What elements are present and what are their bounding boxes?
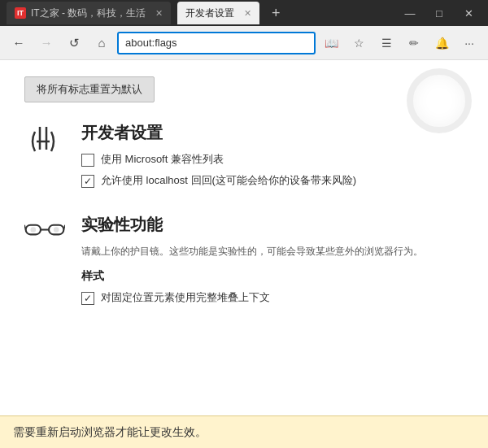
back-icon bbox=[13, 36, 25, 50]
edit-icon: ✏ bbox=[409, 37, 419, 50]
reading-list-button[interactable]: 📖 bbox=[319, 31, 343, 55]
tab-active-close[interactable]: ✕ bbox=[244, 8, 251, 19]
style-subsection-title: 样式 bbox=[81, 269, 464, 284]
tab-add-button[interactable]: + bbox=[266, 3, 285, 23]
tab-active[interactable]: 开发者设置 ✕ bbox=[177, 2, 259, 24]
style-option1-checkbox[interactable]: ✓ bbox=[81, 292, 94, 305]
svg-point-9 bbox=[54, 227, 59, 233]
tab-active-label: 开发者设置 bbox=[185, 7, 234, 20]
restore-button[interactable]: □ bbox=[426, 2, 452, 24]
refresh-button[interactable] bbox=[62, 31, 86, 55]
option-row-1: 使用 Microsoft 兼容性列表 bbox=[81, 152, 464, 167]
back-button[interactable] bbox=[7, 31, 31, 55]
style-checkmark-icon: ✓ bbox=[84, 293, 92, 304]
notification-button[interactable]: 🔔 bbox=[429, 31, 454, 55]
style-option-row-1: ✓ 对固定位置元素使用完整堆叠上下文 bbox=[81, 290, 464, 305]
more-icon: ··· bbox=[464, 37, 474, 50]
style-option1-label: 对固定位置元素使用完整堆叠上下文 bbox=[101, 290, 270, 305]
option-row-2: ✓ 允许使用 localhost 回回(这可能会给你的设备带来风险) bbox=[81, 173, 464, 188]
home-button[interactable] bbox=[89, 31, 114, 55]
star-icon: ☆ bbox=[354, 37, 364, 50]
watermark-decoration bbox=[407, 68, 472, 133]
list-icon: ☰ bbox=[381, 37, 392, 50]
forward-icon bbox=[41, 36, 53, 50]
tab-icon-it: IT bbox=[15, 7, 26, 19]
notification-bar: 需要重新启动浏览器才能让更改生效。 bbox=[0, 415, 488, 448]
refresh-icon bbox=[69, 36, 80, 50]
more-button[interactable]: ··· bbox=[457, 31, 481, 55]
developer-section-body: 开发者设置 使用 Microsoft 兼容性列表 ✓ 允许使用 localhos… bbox=[81, 122, 464, 194]
nav-right-icons: 📖 ☆ ☰ ✏ 🔔 ··· bbox=[319, 31, 481, 55]
book-icon: 📖 bbox=[325, 37, 338, 50]
experimental-section-desc: 请戴上你的护目镜。这些功能是实验性的，可能会导致某些意外的浏览器行为。 bbox=[81, 244, 464, 259]
developer-section: 开发者设置 使用 Microsoft 兼容性列表 ✓ 允许使用 localhos… bbox=[24, 122, 464, 194]
reset-flags-button[interactable]: 将所有标志重置为默认 bbox=[24, 76, 155, 102]
reading-view-button[interactable]: ☰ bbox=[374, 31, 399, 55]
developer-icon bbox=[24, 125, 65, 173]
main-content: 将所有标志重置为默认 开发者设置 使用 Microsoft bbox=[0, 60, 488, 415]
address-text: about:flags bbox=[125, 37, 307, 49]
tab-inactive-label: IT之家 - 数码，科技，生活 bbox=[31, 7, 146, 20]
checkmark-icon: ✓ bbox=[84, 176, 92, 187]
svg-point-8 bbox=[31, 227, 37, 233]
svg-line-7 bbox=[63, 225, 65, 230]
notification-text: 需要重新启动浏览器才能让更改生效。 bbox=[13, 425, 207, 440]
tab-inactive-close[interactable]: ✕ bbox=[155, 8, 163, 19]
window-controls: — □ ✕ bbox=[397, 2, 481, 24]
minimize-button[interactable]: — bbox=[397, 2, 423, 24]
nav-bar: about:flags 📖 ☆ ☰ ✏ 🔔 ··· bbox=[0, 26, 488, 60]
option2-checkbox[interactable]: ✓ bbox=[81, 175, 94, 188]
forward-button[interactable] bbox=[34, 31, 59, 55]
option1-checkbox[interactable] bbox=[81, 154, 94, 167]
address-bar[interactable]: about:flags bbox=[117, 32, 316, 54]
experimental-section-body: 实验性功能 请戴上你的护目镜。这些功能是实验性的，可能会导致某些意外的浏览器行为… bbox=[81, 214, 464, 311]
tab-inactive[interactable]: IT IT之家 - 数码，科技，生活 ✕ bbox=[7, 2, 171, 24]
experimental-section: 实验性功能 请戴上你的护目镜。这些功能是实验性的，可能会导致某些意外的浏览器行为… bbox=[24, 214, 464, 311]
experimental-section-title: 实验性功能 bbox=[81, 214, 464, 236]
home-icon bbox=[98, 36, 105, 50]
svg-line-6 bbox=[24, 225, 26, 230]
option2-label: 允许使用 localhost 回回(这可能会给你的设备带来风险) bbox=[101, 173, 356, 188]
developer-section-title: 开发者设置 bbox=[81, 122, 464, 144]
bell-icon: 🔔 bbox=[435, 37, 449, 50]
favorites-button[interactable]: ☆ bbox=[346, 31, 371, 55]
close-button[interactable]: ✕ bbox=[455, 2, 481, 24]
experimental-icon bbox=[24, 217, 65, 251]
option1-label: 使用 Microsoft 兼容性列表 bbox=[101, 152, 224, 167]
title-bar: IT IT之家 - 数码，科技，生活 ✕ 开发者设置 ✕ + — □ ✕ bbox=[0, 0, 488, 26]
note-button[interactable]: ✏ bbox=[402, 31, 426, 55]
